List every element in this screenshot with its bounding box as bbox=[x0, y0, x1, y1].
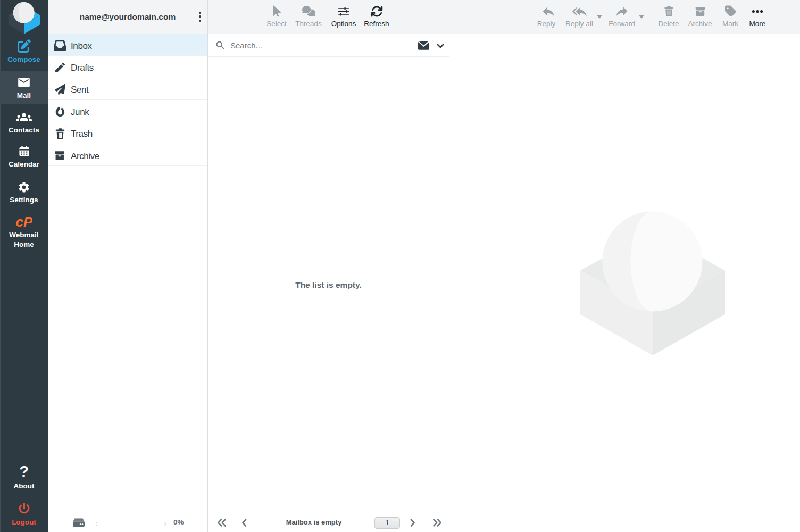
svg-text:cP: cP bbox=[16, 215, 32, 228]
